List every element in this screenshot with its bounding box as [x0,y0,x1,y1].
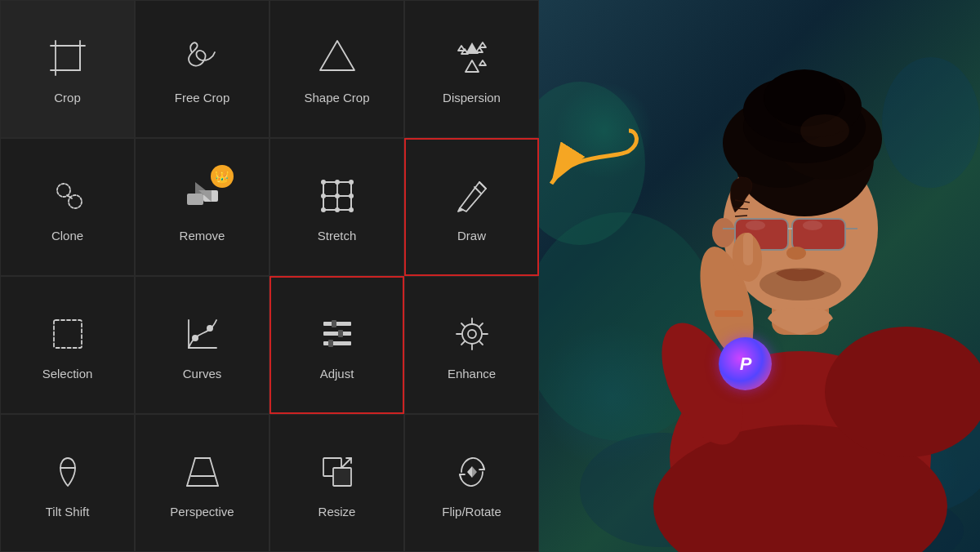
svg-rect-67 [333,468,351,486]
resize-tool[interactable]: Resize [270,414,404,552]
svg-point-52 [468,330,476,338]
svg-point-31 [349,180,354,185]
svg-marker-11 [476,47,483,52]
photo-panel: P [539,0,980,552]
svg-marker-13 [466,60,479,72]
svg-rect-46 [323,332,351,336]
svg-marker-70 [472,466,477,478]
adjust-icon [313,309,362,358]
svg-rect-45 [323,322,351,326]
dispersion-tool[interactable]: Dispersion [404,0,539,138]
svg-point-92 [712,218,735,247]
crop-icon [43,33,92,82]
tilt-shift-tool[interactable]: Tilt Shift [0,414,135,552]
perspective-icon [178,447,227,496]
tilt-shift-label: Tilt Shift [46,505,90,519]
svg-line-58 [479,341,483,345]
svg-marker-9 [479,42,486,47]
tools-panel: Crop Free Crop Shape Crop [0,0,539,552]
free-crop-icon [178,33,227,82]
svg-point-35 [321,207,326,212]
svg-rect-18 [187,194,203,205]
orange-arrow [547,127,645,192]
svg-marker-62 [187,458,218,486]
svg-point-100 [786,247,806,260]
svg-marker-14 [479,60,486,65]
perspective-label: Perspective [170,505,234,519]
svg-line-90 [733,208,748,209]
enhance-icon [448,309,497,358]
svg-point-15 [57,184,70,197]
svg-point-74 [882,57,980,188]
svg-point-99 [803,220,822,230]
stretch-tool[interactable]: Stretch [270,138,404,276]
flip-rotate-icon [448,447,497,496]
clone-tool[interactable]: Clone [0,138,135,276]
svg-point-98 [746,220,765,230]
svg-rect-0 [56,46,80,70]
clone-icon [43,171,92,220]
svg-line-59 [479,323,483,327]
selection-tool[interactable]: Selection [0,276,135,414]
draw-tool[interactable]: Draw [404,138,539,276]
svg-rect-48 [332,320,336,327]
picsart-logo: P [719,337,772,390]
svg-point-44 [207,325,213,332]
remove-label: Remove [180,229,225,243]
svg-rect-50 [328,340,333,347]
perspective-tool[interactable]: Perspective [135,414,270,552]
remove-icon-wrapper: 👑 [178,171,227,220]
curves-icon [178,309,227,358]
svg-point-34 [349,194,354,198]
svg-line-60 [461,341,465,345]
svg-rect-40 [54,320,82,348]
svg-rect-105 [743,233,753,265]
enhance-label: Enhance [448,367,496,381]
selection-icon [43,309,92,358]
dispersion-icon [448,33,497,82]
draw-icon [448,171,497,220]
clone-label: Clone [51,229,83,243]
curves-label: Curves [183,367,222,381]
svg-line-39 [474,187,481,194]
remove-tool[interactable]: 👑 Remove [135,138,270,276]
person-illustration [539,0,980,552]
svg-point-33 [335,194,340,198]
svg-line-57 [461,323,465,327]
svg-point-37 [349,207,354,212]
svg-rect-47 [323,341,351,345]
svg-rect-107 [715,310,743,317]
flip-rotate-tool[interactable]: Flip/Rotate [404,414,539,552]
adjust-label: Adjust [320,367,354,381]
crown-badge: 👑 [211,165,234,188]
svg-point-30 [335,180,340,185]
free-crop-tool[interactable]: Free Crop [135,0,270,138]
svg-point-36 [335,207,340,212]
tilt-shift-icon [43,447,92,496]
svg-line-91 [735,216,747,216]
crop-label: Crop [54,91,81,105]
svg-line-68 [341,458,351,468]
curves-tool[interactable]: Curves [135,276,270,414]
shape-crop-label: Shape Crop [304,91,369,105]
adjust-tool[interactable]: Adjust [270,276,404,414]
resize-icon [313,447,362,496]
svg-point-32 [321,194,326,198]
svg-point-29 [321,180,326,185]
stretch-icon [313,171,362,220]
svg-marker-7 [320,41,354,70]
svg-marker-69 [467,466,472,478]
resize-label: Resize [318,505,356,519]
selection-label: Selection [42,367,93,381]
draw-label: Draw [457,229,486,243]
crop-tool[interactable]: Crop [0,0,135,138]
stretch-label: Stretch [318,229,357,243]
shape-crop-icon [313,33,362,82]
svg-point-101 [760,268,841,300]
dispersion-label: Dispersion [443,91,501,105]
svg-point-88 [800,114,849,147]
svg-point-43 [192,335,198,341]
enhance-tool[interactable]: Enhance [404,276,539,414]
shape-crop-tool[interactable]: Shape Crop [270,0,404,138]
svg-rect-49 [338,330,343,337]
